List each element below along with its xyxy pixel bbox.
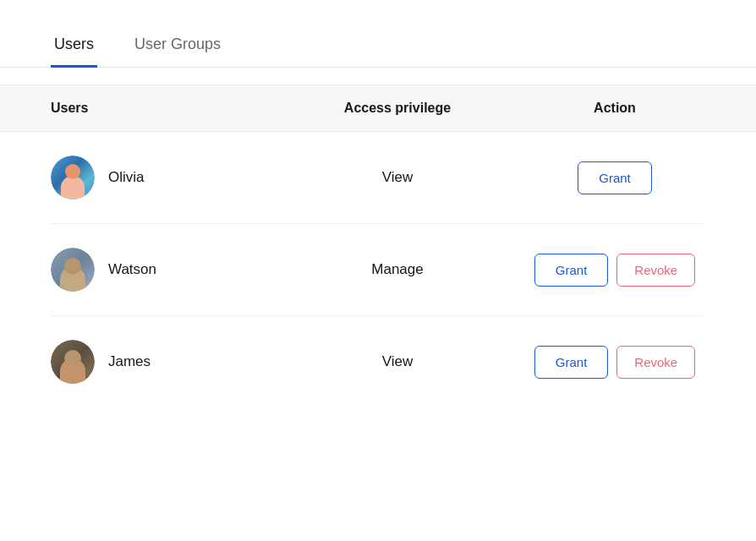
privilege-olivia: View bbox=[271, 169, 524, 186]
grant-button-james[interactable]: Grant bbox=[534, 346, 609, 379]
header-access-privilege: Access privilege bbox=[271, 101, 524, 116]
action-cell-james: Grant Revoke bbox=[524, 346, 705, 379]
header-action: Action bbox=[524, 101, 705, 116]
tab-user-groups-label: User Groups bbox=[134, 36, 221, 52]
table-header: Users Access privilege Action bbox=[0, 85, 756, 132]
users-table: Users Access privilege Action Olivia Vie… bbox=[0, 85, 756, 407]
privilege-james: View bbox=[271, 353, 524, 370]
user-cell-watson: Watson bbox=[51, 248, 271, 292]
header-users: Users bbox=[51, 101, 271, 116]
revoke-button-james[interactable]: Revoke bbox=[616, 346, 695, 379]
grant-button-watson[interactable]: Grant bbox=[534, 254, 609, 287]
tabs-container: Users User Groups bbox=[0, 0, 756, 68]
privilege-watson: Manage bbox=[271, 261, 524, 278]
user-cell-james: James bbox=[51, 340, 271, 384]
tab-user-groups[interactable]: User Groups bbox=[131, 25, 224, 68]
user-name-watson: Watson bbox=[108, 261, 156, 278]
user-cell-olivia: Olivia bbox=[51, 156, 271, 199]
table-row: Olivia View Grant bbox=[51, 132, 705, 224]
tab-users[interactable]: Users bbox=[51, 25, 97, 68]
table-row: Watson Manage Grant Revoke bbox=[51, 224, 705, 316]
user-name-james: James bbox=[108, 353, 151, 370]
action-cell-olivia: Grant bbox=[524, 161, 705, 194]
tab-users-label: Users bbox=[54, 36, 94, 52]
revoke-button-watson[interactable]: Revoke bbox=[616, 254, 695, 287]
avatar-olivia bbox=[51, 156, 95, 199]
avatar-james bbox=[51, 340, 95, 384]
user-name-olivia: Olivia bbox=[108, 169, 145, 186]
grant-button-olivia[interactable]: Grant bbox=[578, 161, 652, 194]
table-body: Olivia View Grant Watson Manage Grant Re… bbox=[0, 132, 756, 407]
table-row: James View Grant Revoke bbox=[51, 316, 705, 407]
action-cell-watson: Grant Revoke bbox=[524, 254, 705, 287]
avatar-watson bbox=[51, 248, 95, 292]
